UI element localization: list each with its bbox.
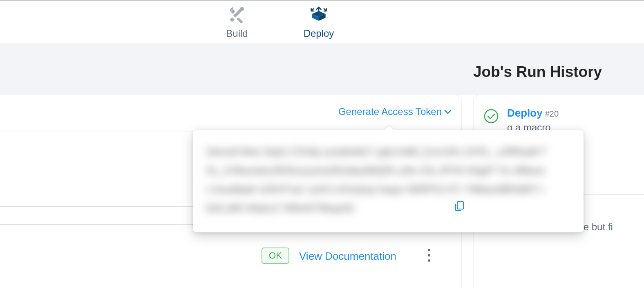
dot-icon <box>428 259 430 262</box>
tab-build-label: Build <box>226 28 248 39</box>
tab-deploy-label: Deploy <box>304 28 334 39</box>
section-title: Job's Run History <box>473 63 602 81</box>
tab-deploy[interactable]: Deploy <box>278 5 360 39</box>
view-documentation-link[interactable]: View Documentation <box>299 250 396 263</box>
more-menu-button[interactable] <box>424 248 434 262</box>
history-run-number: #20 <box>545 109 559 119</box>
dot-icon <box>428 254 430 256</box>
tab-build[interactable]: Build <box>196 5 278 39</box>
tools-icon <box>227 5 247 25</box>
ok-button-label: OK <box>269 250 282 261</box>
svg-point-2 <box>485 110 498 123</box>
deploy-icon <box>309 5 329 25</box>
generate-token-label: Generate Access Token <box>338 106 442 117</box>
tabs-bar: Build Deploy <box>0 1 644 43</box>
ok-button[interactable]: OK <box>262 248 289 264</box>
success-icon <box>483 108 499 124</box>
svg-rect-1 <box>237 17 243 24</box>
history-title-line: Deploy #20 <box>507 107 559 119</box>
chevron-down-icon <box>443 107 452 116</box>
svg-point-0 <box>240 7 244 11</box>
token-popover: Uksmaf Wrar SaQn COrt3p uondetwfa7 Lgbn1… <box>193 130 584 232</box>
history-text: Deploy #20 g a macro <box>507 107 559 133</box>
dot-icon <box>428 249 430 251</box>
history-title: Deploy <box>507 107 543 119</box>
generate-token-toggle[interactable]: Generate Access Token <box>338 106 452 117</box>
copy-icon[interactable] <box>454 200 465 212</box>
obscured-token-text: Uksmaf Wrar SaQn COrt3p uondetwfa7 Lgbn1… <box>206 142 548 214</box>
svg-rect-4 <box>457 202 463 209</box>
